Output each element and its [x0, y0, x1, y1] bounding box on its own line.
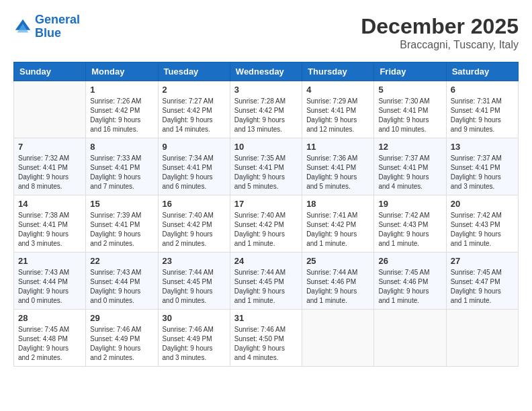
day-number: 30	[163, 313, 226, 323]
day-number: 6	[451, 85, 514, 95]
calendar-cell: 4Sunrise: 7:29 AMSunset: 4:41 PMDaylight…	[302, 81, 374, 138]
calendar-cell: 6Sunrise: 7:31 AMSunset: 4:41 PMDaylight…	[446, 81, 518, 138]
day-info: Sunrise: 7:40 AMSunset: 4:42 PMDaylight:…	[163, 211, 226, 248]
day-number: 19	[378, 199, 441, 209]
day-number: 8	[90, 142, 153, 152]
day-info: Sunrise: 7:45 AMSunset: 4:47 PMDaylight:…	[451, 268, 514, 306]
day-number: 20	[451, 199, 514, 209]
month-title: December 2025	[361, 13, 519, 39]
day-number: 18	[306, 199, 369, 209]
calendar-week-row: 1Sunrise: 7:26 AMSunset: 4:42 PMDaylight…	[14, 81, 519, 138]
day-number: 21	[18, 256, 81, 266]
day-info: Sunrise: 7:33 AMSunset: 4:41 PMDaylight:…	[90, 154, 153, 191]
title-block: December 2025 Braccagni, Tuscany, Italy	[361, 13, 519, 51]
day-number: 17	[234, 199, 298, 209]
day-number: 23	[163, 256, 226, 266]
day-info: Sunrise: 7:31 AMSunset: 4:41 PMDaylight:…	[451, 97, 514, 134]
calendar-cell: 27Sunrise: 7:45 AMSunset: 4:47 PMDayligh…	[446, 253, 518, 310]
calendar-cell: 30Sunrise: 7:46 AMSunset: 4:49 PMDayligh…	[158, 310, 230, 367]
day-info: Sunrise: 7:44 AMSunset: 4:45 PMDaylight:…	[163, 268, 226, 306]
calendar-table: SundayMondayTuesdayWednesdayThursdayFrid…	[13, 62, 519, 367]
logo-blue: Blue	[35, 26, 61, 40]
day-info: Sunrise: 7:36 AMSunset: 4:41 PMDaylight:…	[306, 154, 369, 191]
day-info: Sunrise: 7:43 AMSunset: 4:44 PMDaylight:…	[18, 268, 81, 306]
day-info: Sunrise: 7:27 AMSunset: 4:42 PMDaylight:…	[163, 97, 226, 134]
day-info: Sunrise: 7:42 AMSunset: 4:43 PMDaylight:…	[451, 211, 514, 248]
logo-general: General	[35, 13, 80, 26]
calendar-header-row: SundayMondayTuesdayWednesdayThursdayFrid…	[14, 62, 519, 81]
calendar-cell: 24Sunrise: 7:44 AMSunset: 4:45 PMDayligh…	[230, 253, 302, 310]
day-info: Sunrise: 7:32 AMSunset: 4:41 PMDaylight:…	[18, 154, 81, 191]
calendar-week-row: 21Sunrise: 7:43 AMSunset: 4:44 PMDayligh…	[14, 253, 519, 310]
day-info: Sunrise: 7:40 AMSunset: 4:42 PMDaylight:…	[234, 211, 298, 248]
calendar-cell: 14Sunrise: 7:38 AMSunset: 4:41 PMDayligh…	[14, 195, 86, 253]
day-number: 13	[451, 142, 514, 152]
logo-text: General Blue	[35, 13, 80, 40]
calendar-cell: 25Sunrise: 7:44 AMSunset: 4:46 PMDayligh…	[302, 253, 374, 310]
day-of-week-header: Tuesday	[158, 62, 230, 81]
calendar-cell: 29Sunrise: 7:46 AMSunset: 4:49 PMDayligh…	[86, 310, 158, 367]
calendar-cell	[302, 310, 374, 367]
day-number: 1	[90, 85, 153, 95]
day-of-week-header: Sunday	[14, 62, 86, 81]
calendar-cell: 28Sunrise: 7:45 AMSunset: 4:48 PMDayligh…	[14, 310, 86, 367]
calendar-cell: 16Sunrise: 7:40 AMSunset: 4:42 PMDayligh…	[158, 195, 230, 253]
calendar-cell: 7Sunrise: 7:32 AMSunset: 4:41 PMDaylight…	[14, 138, 86, 195]
calendar-cell: 9Sunrise: 7:34 AMSunset: 4:41 PMDaylight…	[158, 138, 230, 195]
calendar-cell: 22Sunrise: 7:43 AMSunset: 4:44 PMDayligh…	[86, 253, 158, 310]
calendar-cell: 21Sunrise: 7:43 AMSunset: 4:44 PMDayligh…	[14, 253, 86, 310]
day-info: Sunrise: 7:39 AMSunset: 4:41 PMDaylight:…	[90, 211, 153, 248]
calendar-cell	[374, 310, 446, 367]
day-number: 29	[90, 313, 153, 323]
calendar-cell: 20Sunrise: 7:42 AMSunset: 4:43 PMDayligh…	[446, 195, 518, 253]
calendar-cell: 23Sunrise: 7:44 AMSunset: 4:45 PMDayligh…	[158, 253, 230, 310]
day-number: 2	[163, 85, 226, 95]
day-of-week-header: Thursday	[302, 62, 374, 81]
day-info: Sunrise: 7:35 AMSunset: 4:41 PMDaylight:…	[234, 154, 298, 191]
day-info: Sunrise: 7:42 AMSunset: 4:43 PMDaylight:…	[378, 211, 441, 248]
day-info: Sunrise: 7:44 AMSunset: 4:46 PMDaylight:…	[306, 268, 369, 306]
day-number: 7	[18, 142, 81, 152]
calendar-week-row: 7Sunrise: 7:32 AMSunset: 4:41 PMDaylight…	[14, 138, 519, 195]
day-info: Sunrise: 7:44 AMSunset: 4:45 PMDaylight:…	[234, 268, 298, 306]
day-number: 22	[90, 256, 153, 266]
day-info: Sunrise: 7:28 AMSunset: 4:42 PMDaylight:…	[234, 97, 298, 134]
day-number: 16	[163, 199, 226, 209]
calendar-week-row: 14Sunrise: 7:38 AMSunset: 4:41 PMDayligh…	[14, 195, 519, 253]
day-number: 25	[306, 256, 369, 266]
day-number: 12	[378, 142, 441, 152]
day-number: 15	[90, 199, 153, 209]
day-number: 3	[234, 85, 298, 95]
calendar-cell: 13Sunrise: 7:37 AMSunset: 4:41 PMDayligh…	[446, 138, 518, 195]
calendar-cell: 18Sunrise: 7:41 AMSunset: 4:42 PMDayligh…	[302, 195, 374, 253]
calendar-cell: 5Sunrise: 7:30 AMSunset: 4:41 PMDaylight…	[374, 81, 446, 138]
day-info: Sunrise: 7:41 AMSunset: 4:42 PMDaylight:…	[306, 211, 369, 248]
calendar-cell: 8Sunrise: 7:33 AMSunset: 4:41 PMDaylight…	[86, 138, 158, 195]
day-info: Sunrise: 7:30 AMSunset: 4:41 PMDaylight:…	[378, 97, 441, 134]
day-number: 28	[18, 313, 81, 323]
logo-icon	[13, 17, 32, 36]
day-number: 24	[234, 256, 298, 266]
calendar-cell: 12Sunrise: 7:37 AMSunset: 4:41 PMDayligh…	[374, 138, 446, 195]
day-info: Sunrise: 7:45 AMSunset: 4:46 PMDaylight:…	[378, 268, 441, 306]
calendar-cell: 17Sunrise: 7:40 AMSunset: 4:42 PMDayligh…	[230, 195, 302, 253]
day-info: Sunrise: 7:45 AMSunset: 4:48 PMDaylight:…	[18, 325, 81, 363]
day-info: Sunrise: 7:26 AMSunset: 4:42 PMDaylight:…	[90, 97, 153, 134]
day-number: 26	[378, 256, 441, 266]
calendar-cell	[14, 81, 86, 138]
calendar-cell: 26Sunrise: 7:45 AMSunset: 4:46 PMDayligh…	[374, 253, 446, 310]
day-info: Sunrise: 7:38 AMSunset: 4:41 PMDaylight:…	[18, 211, 81, 248]
calendar-cell: 1Sunrise: 7:26 AMSunset: 4:42 PMDaylight…	[86, 81, 158, 138]
logo: General Blue	[13, 13, 80, 40]
calendar-cell: 19Sunrise: 7:42 AMSunset: 4:43 PMDayligh…	[374, 195, 446, 253]
day-number: 5	[378, 85, 441, 95]
day-info: Sunrise: 7:46 AMSunset: 4:49 PMDaylight:…	[163, 325, 226, 363]
calendar-week-row: 28Sunrise: 7:45 AMSunset: 4:48 PMDayligh…	[14, 310, 519, 367]
day-number: 27	[451, 256, 514, 266]
day-of-week-header: Monday	[86, 62, 158, 81]
calendar-cell: 2Sunrise: 7:27 AMSunset: 4:42 PMDaylight…	[158, 81, 230, 138]
day-number: 4	[306, 85, 369, 95]
day-info: Sunrise: 7:37 AMSunset: 4:41 PMDaylight:…	[451, 154, 514, 191]
day-of-week-header: Friday	[374, 62, 446, 81]
day-number: 14	[18, 199, 81, 209]
